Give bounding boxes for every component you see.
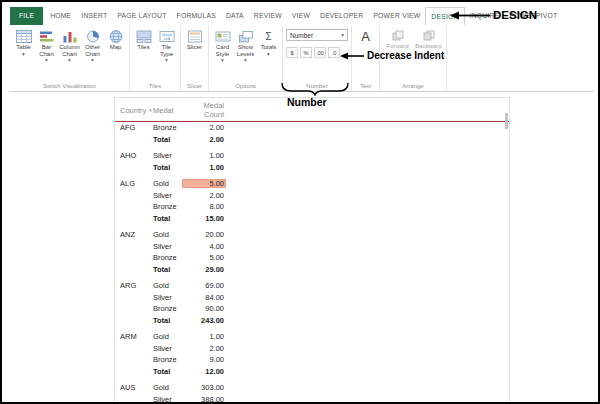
bar-chart-icon <box>39 30 55 43</box>
medal-cell: Silver <box>153 344 182 353</box>
medal-cell: Bronze <box>153 202 182 211</box>
number-format-buttons: $ % .00 .0 <box>286 47 340 58</box>
table-row[interactable]: ARMGold1.00 <box>115 331 509 343</box>
percent-format-button[interactable]: % <box>300 47 312 58</box>
medal-count-cell: 69.00 <box>182 281 226 290</box>
table-total-row[interactable]: Total243.00 <box>115 315 509 327</box>
table-row[interactable]: Silver2.00 <box>115 190 509 202</box>
table-row[interactable]: Bronze90.00 <box>115 303 509 315</box>
table-total-row[interactable]: Total1.00 <box>115 162 509 174</box>
show-levels-button[interactable]: Show Levels ▾ <box>235 29 256 63</box>
number-format-value: Number <box>290 32 313 39</box>
power-view-table: Country▼ Medal Medal Count AFGBronze2.00… <box>114 97 510 404</box>
table-row[interactable]: Bronze9.00 <box>115 354 509 366</box>
table-row[interactable]: ALGGold5.00 <box>115 178 509 190</box>
total-value-cell: 29.00 <box>182 265 226 274</box>
slicer-button[interactable]: Slicer <box>184 29 205 51</box>
total-label-cell: Total <box>153 214 182 223</box>
ribbon-tab-power-view[interactable]: POWER VIEW <box>368 7 425 25</box>
table-row[interactable]: AFGBronze2.00 <box>115 122 509 134</box>
ribbon-tab-developer[interactable]: DEVELOPER <box>315 7 368 25</box>
application-window: FILEHOMEINSERTPAGE LAYOUTFORMULASDATAREV… <box>0 0 600 404</box>
chevron-down-icon: ▾ <box>244 58 247 63</box>
tiles-button[interactable]: Tiles <box>133 29 154 51</box>
totals-button[interactable]: Σ Totals ▾ <box>258 29 279 57</box>
map-icon <box>108 30 124 43</box>
totals-button-label: Totals <box>261 44 277 51</box>
table-row[interactable]: Silver84.00 <box>115 292 509 304</box>
bar-chart-button[interactable]: Bar Chart ▾ <box>36 29 57 63</box>
currency-format-button[interactable]: $ <box>286 47 298 58</box>
other-chart-button[interactable]: Other Chart ▾ <box>82 29 103 63</box>
ribbon-tab-formulas[interactable]: FORMULAS <box>172 7 221 25</box>
total-label-cell: Total <box>153 135 182 144</box>
medal-cell: Bronze <box>153 123 182 132</box>
medal-cell: Silver <box>153 191 182 200</box>
bar-chart-button-label: Bar Chart <box>36 44 57 57</box>
table-row[interactable]: Silver4.00 <box>115 241 509 253</box>
table-row[interactable]: ANZGold20.00 <box>115 229 509 241</box>
card-style-button[interactable]: Card Style ▾ <box>212 29 233 63</box>
country-cell: ANZ <box>120 230 153 239</box>
medal-count-cell: 2.00 <box>182 191 226 200</box>
number-format-select[interactable]: Number ▾ <box>286 29 348 41</box>
total-value-cell: 243.00 <box>182 316 226 325</box>
map-button[interactable]: Map <box>105 29 126 51</box>
table-total-row[interactable]: Total12.00 <box>115 366 509 378</box>
medal-count-cell: 388.00 <box>182 395 226 404</box>
table-total-row[interactable]: Total29.00 <box>115 264 509 276</box>
table-total-row[interactable]: Total15.00 <box>115 213 509 225</box>
table-button[interactable]: Table ▾ <box>13 29 34 57</box>
medal-cell: Bronze <box>153 253 182 262</box>
number-annotation-label: Number <box>287 96 327 108</box>
ribbon-tab-review[interactable]: REVIEW <box>249 7 287 25</box>
ribbon-tab-page-layout[interactable]: PAGE LAYOUT <box>112 7 171 25</box>
design-annotation-label: DESIGN <box>493 9 537 21</box>
increase-decimal-button[interactable]: .00 <box>314 47 326 58</box>
table-row[interactable]: AHOSilver1.00 <box>115 150 509 162</box>
column-chart-button[interactable]: Column Chart ▾ <box>59 29 80 63</box>
ribbon-tab-data[interactable]: DATA <box>221 7 249 25</box>
table-row[interactable]: Silver2.00 <box>115 343 509 355</box>
number-annotation: Number <box>281 82 349 108</box>
ribbon-tab-file[interactable]: FILE <box>10 7 43 25</box>
left-arrow-icon <box>450 10 490 21</box>
chevron-down-icon: ▾ <box>267 52 270 57</box>
map-button-label: Map <box>110 44 122 51</box>
total-value-cell: 2.00 <box>182 135 226 144</box>
table-row[interactable]: Bronze5.00 <box>115 252 509 264</box>
country-cell: ARM <box>120 332 153 341</box>
chevron-down-icon: ▾ <box>91 58 94 63</box>
table-row[interactable]: Silver388.00 <box>115 394 509 404</box>
table-row[interactable]: AUSGold303.00 <box>115 382 509 394</box>
vertical-scrollbar-thumb[interactable] <box>505 113 508 129</box>
medal-cell: Gold <box>153 332 182 341</box>
chevron-down-icon: ▾ <box>221 58 224 63</box>
country-cell: AFG <box>120 123 153 132</box>
group-options: Card Style ▾ Show Levels ▾ Σ Totals ▾ Op… <box>209 25 283 91</box>
column-header-country[interactable]: Country▼ <box>120 106 153 115</box>
bring-forward-icon <box>392 30 404 42</box>
ribbon-tab-view[interactable]: VIEW <box>287 7 315 25</box>
group-slicer: Slicer Slicer <box>181 25 209 91</box>
decrease-decimal-button[interactable]: .0 <box>328 47 340 58</box>
column-header-medal[interactable]: Medal <box>153 106 182 115</box>
table-row[interactable]: ARGGold69.00 <box>115 280 509 292</box>
total-value-cell: 15.00 <box>182 214 226 223</box>
group-tiles: Tiles Tile Type ▾ Tiles <box>130 25 181 91</box>
text-styles-button[interactable]: A <box>355 29 376 44</box>
medal-count-cell-highlighted: 5.00 <box>182 179 226 188</box>
group-label-tiles: Tiles <box>133 81 177 91</box>
table-total-row[interactable]: Total2.00 <box>115 134 509 146</box>
medal-cell: Bronze <box>153 355 182 364</box>
medal-count-cell: 20.00 <box>182 230 226 239</box>
ribbon-tab-home[interactable]: HOME <box>45 7 76 25</box>
ribbon-tab-insert[interactable]: INSERT <box>76 7 112 25</box>
column-header-medal-count[interactable]: Medal Count <box>182 101 226 119</box>
tile-type-button[interactable]: Tile Type ▾ <box>156 29 177 63</box>
show-levels-icon <box>238 30 254 43</box>
country-cell: ALG <box>120 179 153 188</box>
group-label-text: Text <box>355 81 376 91</box>
medal-cell: Gold <box>153 179 182 188</box>
table-row[interactable]: Bronze8.00 <box>115 201 509 213</box>
